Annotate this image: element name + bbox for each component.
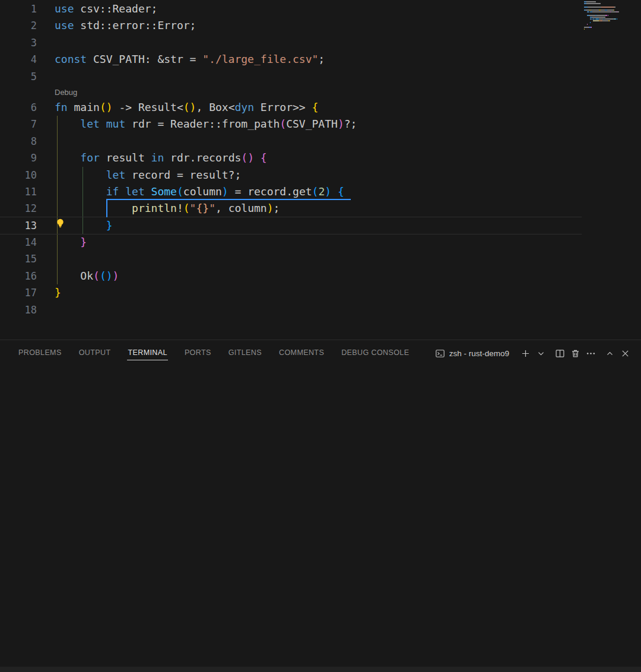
code-text [55, 251, 641, 267]
panel-tab-comments[interactable]: COMMENTS [278, 347, 325, 360]
more-actions-icon[interactable] [583, 346, 598, 362]
code-line[interactable]: 12 println!("{}", column); [0, 200, 641, 217]
code-text: use csv::Reader; [55, 1, 641, 17]
line-number[interactable]: 1 [0, 1, 55, 17]
line-number[interactable]: 12 [0, 200, 55, 217]
line-number[interactable]: 18 [0, 302, 55, 318]
panel-tab-terminal[interactable]: TERMINAL [127, 347, 167, 360]
line-number[interactable]: 3 [0, 34, 55, 51]
line-number[interactable]: 14 [0, 234, 55, 251]
code-text: println!("{}", column); [55, 200, 641, 217]
editor-lines: 1use csv::Reader;2use std::error::Error;… [0, 1, 641, 318]
panel-header: PROBLEMSOUTPUTTERMINALPORTSGITLENSCOMMEN… [0, 340, 641, 367]
panel-tab-debug-console[interactable]: DEBUG CONSOLE [341, 347, 410, 360]
line-number[interactable]: 15 [0, 251, 55, 267]
code-line[interactable]: 1use csv::Reader; [0, 1, 641, 17]
panel-tab-bar: PROBLEMSOUTPUTTERMINALPORTSGITLENSCOMMEN… [18, 340, 410, 367]
terminal-icon [435, 348, 445, 359]
kill-terminal-icon[interactable] [567, 346, 583, 362]
code-text [55, 34, 641, 51]
codelens-row: Debug [0, 85, 641, 99]
minimap[interactable] [584, 1, 640, 32]
bottom-panel: PROBLEMSOUTPUTTERMINALPORTSGITLENSCOMMEN… [0, 340, 641, 672]
panel-tab-problems[interactable]: PROBLEMS [18, 347, 62, 360]
code-line[interactable]: 2use std::error::Error; [0, 17, 641, 34]
code-text [55, 68, 641, 85]
code-line[interactable]: 16 Ok(()) [0, 268, 641, 284]
code-line[interactable]: 9 for result in rdr.records() { [0, 150, 641, 166]
line-number[interactable]: 5 [0, 68, 55, 85]
code-text [55, 302, 641, 318]
code-line[interactable]: 18 [0, 302, 641, 318]
code-text: const CSV_PATH: &str = "./large_file.csv… [55, 51, 641, 68]
code-text: for result in rdr.records() { [55, 150, 641, 166]
line-number[interactable]: 16 [0, 268, 55, 284]
code-text: let record = result?; [55, 167, 641, 183]
panel-tab-ports[interactable]: PORTS [184, 347, 212, 360]
line-number[interactable]: 8 [0, 133, 55, 150]
launch-profile-dropdown-icon[interactable] [533, 346, 548, 362]
line-number[interactable]: 10 [0, 167, 55, 183]
line-number[interactable]: 13 [0, 217, 55, 234]
code-text: } [55, 234, 641, 251]
code-text: fn main() -> Result<(), Box<dyn Error>> … [55, 99, 641, 116]
line-number[interactable]: 17 [0, 284, 55, 301]
code-line[interactable]: 7 let mut rdr = Reader::from_path(CSV_PA… [0, 116, 641, 132]
line-number[interactable]: 4 [0, 51, 55, 68]
code-text: let mut rdr = Reader::from_path(CSV_PATH… [55, 116, 641, 132]
code-text [55, 133, 641, 150]
code-line[interactable]: 15 [0, 251, 641, 267]
statusbar-edge [0, 667, 641, 672]
line-number[interactable]: 7 [0, 116, 55, 132]
panel-header-actions: zsh - rust-demo9 [435, 346, 633, 362]
code-line[interactable]: 3 [0, 34, 641, 51]
code-line[interactable]: 5 [0, 68, 641, 85]
code-text: if let Some(column) = record.get(2) { [55, 183, 641, 200]
code-text: } [55, 217, 641, 234]
line-number[interactable]: 11 [0, 183, 55, 200]
code-text: Ok(()) [55, 268, 641, 284]
code-line[interactable]: 10 let record = result?; [0, 167, 641, 183]
code-line[interactable]: 4const CSV_PATH: &str = "./large_file.cs… [0, 51, 641, 68]
line-number[interactable]: 9 [0, 150, 55, 166]
code-line[interactable]: 17} [0, 284, 641, 301]
panel-tab-gitlens[interactable]: GITLENS [228, 347, 262, 360]
close-panel-icon[interactable] [617, 346, 633, 362]
terminal-selector[interactable]: zsh - rust-demo9 [435, 348, 509, 359]
code-line[interactable]: 13 } [0, 217, 641, 234]
new-terminal-icon[interactable] [518, 346, 533, 362]
line-number[interactable]: 2 [0, 17, 55, 34]
split-terminal-icon[interactable] [552, 346, 567, 362]
code-text: use std::error::Error; [55, 17, 641, 34]
line-number[interactable]: 6 [0, 99, 55, 116]
panel-tab-output[interactable]: OUTPUT [78, 347, 112, 360]
code-text: } [55, 284, 641, 301]
code-editor[interactable]: 1use csv::Reader;2use std::error::Error;… [0, 0, 641, 340]
codelens-debug-link[interactable]: Debug [55, 88, 77, 97]
lightbulb-icon[interactable] [55, 218, 65, 232]
code-line[interactable]: 14 } [0, 234, 641, 251]
code-line[interactable]: 6fn main() -> Result<(), Box<dyn Error>>… [0, 99, 641, 116]
code-line[interactable]: 8 [0, 133, 641, 150]
terminal-selector-label: zsh - rust-demo9 [449, 349, 509, 358]
code-line[interactable]: 11 if let Some(column) = record.get(2) { [0, 183, 641, 200]
maximize-panel-icon[interactable] [602, 346, 617, 362]
